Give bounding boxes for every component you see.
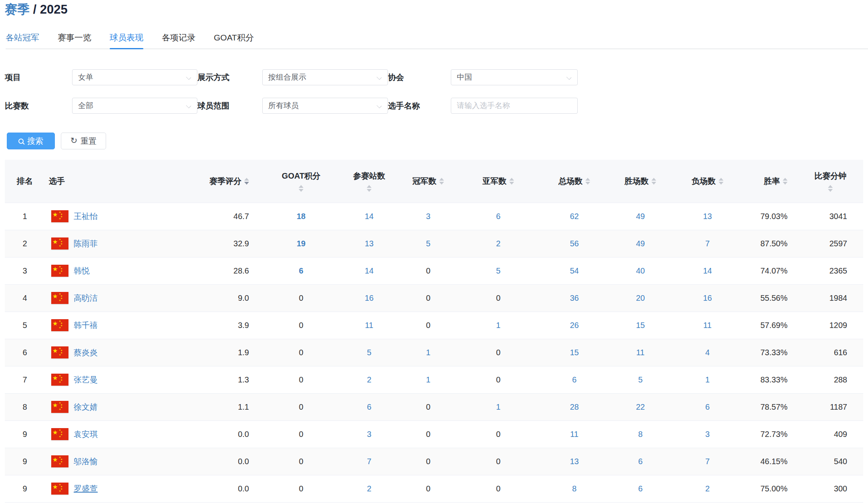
total_matches-link[interactable]: 28 (570, 402, 579, 411)
tab-各项记录[interactable]: 各项记录 (162, 32, 195, 48)
player-name-link[interactable]: 王祉怡 (74, 211, 98, 222)
goat_points-link[interactable]: 19 (297, 239, 305, 248)
total_matches-link[interactable]: 56 (570, 239, 579, 248)
wins-link[interactable]: 40 (636, 266, 645, 275)
events-link[interactable]: 3 (367, 430, 371, 439)
sort-carets-icon[interactable] (585, 178, 590, 185)
reset-button[interactable]: ↻ 重置 (61, 133, 106, 149)
col-header-minutes[interactable]: 比赛分钟 (798, 160, 863, 203)
losses-link[interactable]: 13 (703, 212, 712, 221)
select-player-scope[interactable]: 所有球员 (262, 98, 388, 114)
player-name-link[interactable]: 高昉洁 (74, 293, 98, 304)
runner_ups-link[interactable]: 2 (496, 239, 500, 248)
col-header-season_rating[interactable]: 赛季评分 (205, 160, 261, 203)
player-name-link[interactable]: 徐文婧 (74, 402, 98, 412)
select-match-count[interactable]: 全部 (72, 98, 197, 114)
total_matches-link[interactable]: 36 (570, 294, 579, 302)
events-link[interactable]: 14 (365, 212, 374, 221)
wins-link[interactable]: 20 (636, 294, 645, 302)
events-link[interactable]: 2 (367, 484, 371, 493)
col-header-events[interactable]: 参赛站数 (341, 160, 397, 203)
col-header-losses[interactable]: 负场数 (669, 160, 745, 203)
col-header-titles[interactable]: 冠军数 (397, 160, 459, 203)
total_matches-link[interactable]: 11 (570, 430, 579, 439)
select-project[interactable]: 女单 (72, 69, 197, 85)
runner_ups-link[interactable]: 5 (496, 266, 500, 275)
losses-link[interactable]: 7 (705, 239, 709, 248)
runner_ups-link[interactable]: 1 (496, 402, 500, 411)
total_matches-link[interactable]: 54 (570, 266, 579, 275)
losses-link[interactable]: 14 (703, 266, 712, 275)
titles-link[interactable]: 5 (426, 239, 430, 248)
player-name-link[interactable]: 罗盛萱 (74, 483, 98, 494)
sort-carets-icon[interactable] (509, 178, 514, 185)
wins-link[interactable]: 49 (636, 239, 645, 248)
events-link[interactable]: 11 (365, 321, 374, 330)
titles-link[interactable]: 1 (426, 348, 430, 357)
events-link[interactable]: 16 (365, 294, 374, 302)
wins-link[interactable]: 22 (636, 402, 645, 411)
col-header-runner_ups[interactable]: 亚军数 (459, 160, 537, 203)
sort-carets-icon[interactable] (439, 178, 444, 185)
tab-球员表现[interactable]: 球员表现 (110, 32, 143, 48)
sort-carets-icon[interactable] (651, 178, 656, 185)
total_matches-link[interactable]: 15 (570, 348, 579, 357)
sort-carets-icon[interactable] (367, 185, 372, 192)
total_matches-link[interactable]: 6 (572, 375, 577, 384)
losses-link[interactable]: 4 (705, 348, 709, 357)
runner_ups-link[interactable]: 1 (496, 321, 500, 330)
player-name-link[interactable]: 陈雨菲 (74, 238, 98, 249)
select-display-mode[interactable]: 按组合展示 (262, 69, 388, 85)
runner_ups-link[interactable]: 6 (496, 212, 500, 221)
sort-carets-icon[interactable] (719, 178, 723, 185)
player-name-link[interactable]: 邬洛愉 (74, 456, 98, 467)
events-link[interactable]: 2 (367, 375, 371, 384)
search-button[interactable]: 搜索 (7, 133, 55, 149)
titles-link[interactable]: 1 (426, 375, 430, 384)
losses-link[interactable]: 1 (705, 375, 709, 384)
losses-link[interactable]: 2 (705, 484, 709, 493)
goat_points-link[interactable]: 18 (297, 212, 305, 221)
sort-carets-icon[interactable] (244, 178, 249, 185)
col-header-goat_points[interactable]: GOAT积分 (261, 160, 341, 203)
player-name-link[interactable]: 蔡炎炎 (74, 347, 98, 358)
losses-link[interactable]: 16 (703, 294, 712, 302)
tab-赛事一览[interactable]: 赛事一览 (58, 32, 91, 48)
col-header-wins[interactable]: 胜场数 (611, 160, 669, 203)
events-link[interactable]: 6 (367, 402, 371, 411)
events-link[interactable]: 5 (367, 348, 371, 357)
total_matches-link[interactable]: 62 (570, 212, 579, 221)
sort-carets-icon[interactable] (299, 185, 303, 192)
wins-link[interactable]: 5 (638, 375, 643, 384)
losses-link[interactable]: 3 (705, 430, 709, 439)
input-player-name[interactable]: 请输入选手名称 (451, 98, 578, 114)
col-header-total_matches[interactable]: 总场数 (537, 160, 611, 203)
wins-link[interactable]: 6 (638, 484, 643, 493)
wins-link[interactable]: 49 (636, 212, 645, 221)
losses-link[interactable]: 6 (705, 402, 709, 411)
wins-link[interactable]: 11 (636, 348, 645, 357)
wins-link[interactable]: 8 (638, 430, 643, 439)
losses-link[interactable]: 11 (703, 321, 712, 330)
wins-link[interactable]: 15 (636, 321, 645, 330)
col-header-win_rate[interactable]: 胜率 (745, 160, 798, 203)
total_matches-link[interactable]: 13 (570, 457, 579, 466)
goat_points-link[interactable]: 6 (299, 266, 303, 275)
tab-GOAT积分[interactable]: GOAT积分 (214, 32, 254, 48)
tab-各站冠军[interactable]: 各站冠军 (6, 32, 39, 48)
select-association[interactable]: 中国 (451, 69, 578, 85)
player-name-link[interactable]: 袁安琪 (74, 429, 98, 440)
total_matches-link[interactable]: 26 (570, 321, 579, 330)
events-link[interactable]: 14 (365, 266, 374, 275)
player-name-link[interactable]: 韩悦 (74, 266, 90, 276)
total_matches-link[interactable]: 8 (572, 484, 577, 493)
titles-link[interactable]: 3 (426, 212, 430, 221)
sort-carets-icon[interactable] (783, 178, 788, 185)
wins-link[interactable]: 6 (638, 457, 643, 466)
player-name-link[interactable]: 韩千禧 (74, 320, 98, 331)
losses-link[interactable]: 7 (705, 457, 709, 466)
season-breadcrumb-link[interactable]: 赛季 (5, 2, 30, 16)
events-link[interactable]: 13 (365, 239, 374, 248)
player-name-link[interactable]: 张艺曼 (74, 374, 98, 385)
events-link[interactable]: 7 (367, 457, 371, 466)
